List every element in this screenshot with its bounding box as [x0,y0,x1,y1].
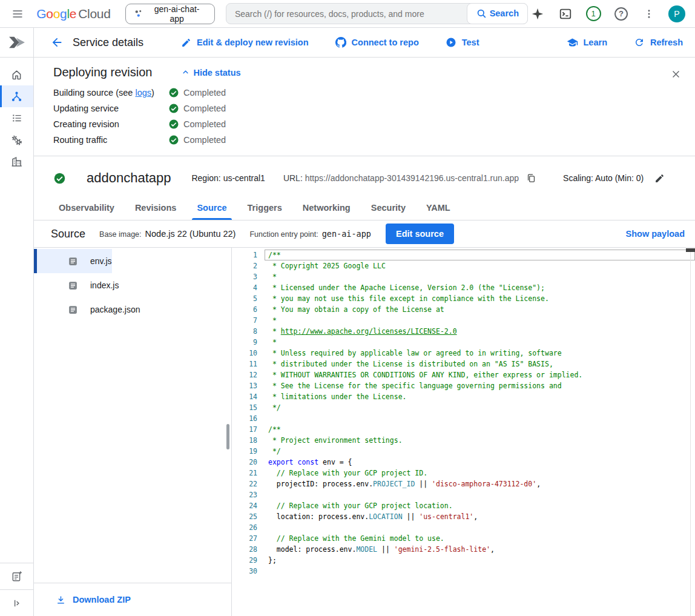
line-number: 10 [232,348,257,359]
line-number: 7 [232,315,257,326]
line-number: 27 [232,533,257,544]
learn-label: Learn [584,38,608,47]
status-step-label: Building source (see logs) [53,88,168,98]
page-header: Service details Edit & deploy new revisi… [34,28,695,58]
line-content [257,489,268,500]
home-icon [10,68,23,81]
close-status-button[interactable] [667,65,684,82]
help-icon: ? [614,7,628,21]
line-content: // Replace with your GCP project ID. [257,468,427,479]
line-content: * Licensed under the Apache License, Ver… [257,282,545,293]
expand-panel-icon [12,598,22,609]
download-icon [56,595,66,605]
top-bar: GoogleCloud gen-ai-chat-app Search [0,0,695,28]
expand-rail-button[interactable] [0,589,33,616]
file-item-env.js[interactable]: env.js [34,249,112,273]
check-circle-icon [168,87,179,98]
check-circle-icon [168,119,179,130]
cloud-run-logo [0,28,33,58]
tab-yaml[interactable]: YAML [416,195,461,220]
line-number: 1 [232,250,257,260]
connect-repo-button[interactable]: Connect to repo [335,37,419,48]
service-tabs: ObservabilityRevisionsSourceTriggersNetw… [34,195,695,220]
tab-observability[interactable]: Observability [48,195,125,220]
edit-scaling-button[interactable] [654,173,665,184]
help-button[interactable]: ? [611,4,631,24]
tab-security[interactable]: Security [361,195,416,220]
editor-scrollbar-thumb[interactable] [686,248,695,252]
line-number: 18 [232,435,257,446]
tab-networking[interactable]: Networking [292,195,361,220]
line-number: 19 [232,446,257,457]
file-panel-scrollbar[interactable] [226,424,229,449]
sidebar-item-services[interactable] [0,85,33,107]
logs-link[interactable]: logs [135,88,151,98]
line-number: 26 [232,522,257,533]
status-panel-title: Deploying revision [53,65,152,79]
line-content: * distributed under the License is distr… [257,359,553,369]
sidebar-item-jobs[interactable] [0,107,33,129]
status-step-label: Updating service [53,104,168,113]
file-name: env.js [90,256,112,266]
tab-triggers[interactable]: Triggers [237,195,292,220]
function-entry-point: Function entry point: gen-ai-app [249,229,371,239]
code-line: 22 projectID: process.env.PROJECT_ID || … [232,479,695,489]
gemini-button[interactable] [528,4,547,24]
service-region: Region: us-central1 [191,173,265,183]
refresh-button[interactable]: Refresh [634,37,683,48]
test-label: Test [462,38,479,47]
show-payload-button[interactable]: Show payload [626,229,685,239]
file-item-package.json[interactable]: package.json [34,297,140,322]
sidebar-item-organization[interactable] [0,151,33,173]
code-lines: 1/**2 * Copyright 2025 Google LLC3 *4 * … [232,250,695,577]
copy-url-button[interactable] [526,173,536,184]
sidebar-item-home[interactable] [0,64,33,85]
file-explorer-panel: env.jsindex.jspackage.json Download ZIP [34,248,232,616]
line-content [257,522,268,533]
code-editor[interactable]: 1/**2 * Copyright 2025 Google LLC3 *4 * … [232,248,695,616]
hide-status-button[interactable]: Hide status [181,68,240,78]
service-url-value[interactable]: https://addonchatapp-301439142196.us-cen… [305,173,519,183]
project-selector[interactable]: gen-ai-chat-app [125,4,215,24]
search-input[interactable] [226,9,467,19]
download-zip-button[interactable]: Download ZIP [34,583,231,616]
code-line: 1/** [232,250,695,260]
account-avatar[interactable]: P [667,4,687,24]
back-button[interactable] [48,34,65,51]
search-bar: Search [226,3,528,24]
cloud-run-logo-icon [7,35,27,50]
line-content: * Unless required by applicable law or a… [257,348,562,359]
notifications-button[interactable]: 1 [584,4,603,24]
learn-button[interactable]: Learn [567,37,608,48]
code-line: 27 // Replace with the Gemini model to u… [232,533,695,544]
back-arrow-icon [50,36,64,49]
hamburger-menu-button[interactable] [10,5,25,22]
list-icon [11,112,23,124]
service-name: addonchatapp [87,170,171,186]
code-line: 29}; [232,555,695,566]
line-content: * Project environment settings. [257,435,403,446]
status-row: Routing trafficCompleted [53,132,680,148]
code-line: 16 [232,413,695,424]
check-circle-icon [168,103,179,114]
tab-revisions[interactable]: Revisions [125,195,187,220]
search-button[interactable]: Search [467,3,528,24]
edit-pencil-icon [654,173,665,184]
cloud-shell-button[interactable] [556,4,575,24]
status-row: Creating revisionCompleted [53,116,680,132]
file-item-index.js[interactable]: index.js [34,273,119,297]
google-cloud-logo[interactable]: GoogleCloud [36,7,110,21]
test-button[interactable]: Test [446,37,479,48]
cloud-wordmark: Cloud [78,7,110,21]
file-name: index.js [90,280,119,290]
sidebar-item-integrations[interactable] [0,129,33,151]
tab-source[interactable]: Source [186,195,237,220]
release-notes-button[interactable] [0,563,33,589]
edit-source-button[interactable]: Edit source [386,224,454,244]
more-options-button[interactable] [639,4,659,24]
edit-deploy-button[interactable]: Edit & deploy new revision [181,38,309,48]
line-number: 21 [232,468,257,479]
google-wordmark: Google [36,7,76,21]
line-number: 11 [232,359,257,369]
line-content: * [257,315,277,326]
